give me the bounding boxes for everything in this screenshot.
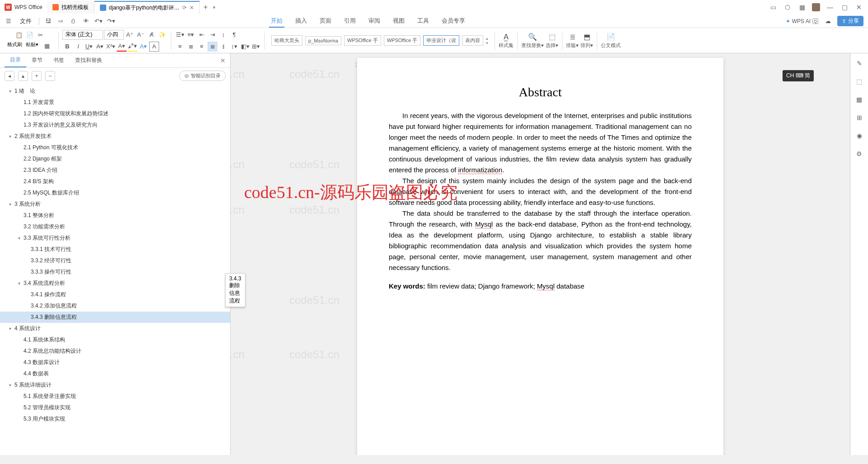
preview-icon[interactable]: 👁 [82, 17, 90, 25]
remove-tool-icon[interactable]: − [45, 71, 55, 81]
outline-item[interactable]: 3.2 功能需求分析 [0, 221, 230, 232]
outline-item[interactable]: 3.4.1 操作流程 [0, 289, 230, 300]
outline-item[interactable]: ▾3.3 系统可行性分析 [0, 232, 230, 244]
align-right-icon[interactable]: ≡ [197, 42, 207, 52]
arrange-button[interactable]: ⬒排列▾ [580, 33, 593, 49]
sidebar-tab-findreplace[interactable]: 查找和替换 [70, 54, 108, 67]
cut-icon[interactable]: ✂ [36, 30, 46, 40]
rail-icon-1[interactable]: ✎ [854, 58, 865, 69]
menu-tab-member[interactable]: 会员专享 [440, 15, 467, 28]
outline-item[interactable]: 2.3 IDEA 介绍 [0, 165, 230, 176]
underline-button[interactable]: U▾ [84, 42, 94, 52]
menu-tab-start[interactable]: 开始 [269, 15, 284, 28]
rail-icon-4[interactable]: ⊞ [854, 112, 865, 123]
paste-icon[interactable]: 📄 [25, 30, 35, 40]
outline-item[interactable]: 3.3.3 操作可行性 [0, 266, 230, 278]
italic-button[interactable]: I [73, 42, 83, 52]
strikethrough-button[interactable]: A̶▾ [95, 42, 105, 52]
menu-tab-tools[interactable]: 工具 [415, 15, 431, 28]
share-button[interactable]: ⇧ 分享 [837, 16, 863, 26]
outline-caret-icon[interactable]: ▾ [9, 383, 14, 388]
style-2[interactable]: WPSOffice 手 [344, 35, 381, 46]
outline-item[interactable]: 4.2 系统总功能结构设计 [0, 346, 230, 357]
find-replace-button[interactable]: 🔍查找替换▾ [521, 33, 544, 49]
outline-item[interactable]: ▾2 系统开发技术 [0, 131, 230, 142]
rail-icon-6[interactable]: ⚙ [854, 148, 865, 159]
distribute-icon[interactable]: ⫿ [218, 42, 228, 52]
style-3[interactable]: WPSOffice 手 [384, 35, 421, 46]
sidebar-tab-chapters[interactable]: 章节 [26, 54, 48, 67]
sidebar-tab-bookmarks[interactable]: 书签 [48, 54, 70, 67]
hamburger-icon[interactable]: ☰ [5, 17, 13, 25]
outline-item[interactable]: ▾5 系统详细设计 [0, 379, 230, 391]
outline-item[interactable]: 1.2 国内外研究现状和发展趋势综述 [0, 108, 230, 119]
save-icon[interactable]: 🖫 [44, 17, 52, 25]
outline-item[interactable]: ▾3 系统分析 [0, 199, 230, 210]
outline-item[interactable]: 2.1 Python 可视化技术 [0, 142, 230, 153]
para-shading-icon[interactable]: ◧▾ [240, 42, 250, 52]
align-center-icon[interactable]: ≣ [186, 42, 196, 52]
increase-indent-icon[interactable]: ⇥ [208, 30, 217, 40]
style-1[interactable]: p_MsoNorma [305, 36, 341, 45]
outline-item[interactable]: ▾4 系统设计 [0, 323, 230, 334]
outline-caret-icon[interactable]: ▾ [9, 202, 14, 207]
tab-dropdown-icon[interactable]: ▾ [213, 5, 216, 10]
cloud-icon[interactable]: ☁ [824, 17, 832, 25]
align-left-icon[interactable]: ≡ [175, 42, 185, 52]
tab-document[interactable]: django基于python的电影评… ⟳ ✕ [94, 1, 200, 14]
bullet-list-icon[interactable]: ☰▾ [175, 30, 185, 40]
format-painter-button[interactable]: 格式刷 [7, 41, 22, 51]
maximize-icon[interactable]: ▢ [840, 3, 849, 12]
doc-mode-button[interactable]: 📄公文模式 [601, 33, 621, 49]
style-collection-button[interactable]: A̲样式集 [499, 33, 514, 49]
tab-template[interactable]: 找稻壳模板 [47, 1, 94, 14]
outline-item[interactable]: 4.1 系统体系结构 [0, 334, 230, 346]
decrease-indent-icon[interactable]: ⇤ [197, 30, 207, 40]
outline-item[interactable]: 3.3.1 技术可行性 [0, 244, 230, 255]
show-marks-icon[interactable]: ¶ [229, 30, 239, 40]
outline-item[interactable]: ▾3.4 系统流程分析 [0, 278, 230, 289]
collapse-tool-icon[interactable]: ◂ [5, 71, 14, 81]
avatar-icon[interactable] [812, 3, 820, 11]
menu-tab-insert[interactable]: 插入 [293, 15, 309, 28]
outline-item[interactable]: 5.3 用户模块实现 [0, 413, 230, 425]
copy-icon[interactable]: 📋 [14, 30, 24, 40]
undo-icon[interactable]: ↶▾ [94, 17, 103, 25]
menu-tab-page[interactable]: 页面 [318, 15, 333, 28]
shading-button[interactable]: A▾ [138, 42, 148, 52]
outline-item[interactable]: 3.3.2 经济可行性 [0, 255, 230, 266]
auto-outline-button[interactable]: ◎ 智能识别目录 [179, 71, 226, 81]
refresh-icon[interactable]: ⟳ [182, 5, 187, 11]
expand-tool-icon[interactable]: ▴ [18, 71, 28, 81]
outline-item[interactable]: 5.2 管理员模块实现 [0, 402, 230, 413]
close-tab-icon[interactable]: ✕ [189, 5, 194, 11]
paste-options-icon[interactable]: ▦ [42, 41, 52, 51]
paste-button[interactable]: 粘贴▾ [26, 41, 38, 51]
minimize-icon[interactable]: — [826, 3, 835, 12]
char-border-button[interactable]: A [149, 42, 159, 52]
superscript-button[interactable]: X²▾ [106, 42, 116, 52]
style-4[interactable]: 毕业设计（设 [423, 35, 459, 46]
menu-tab-reference[interactable]: 引用 [342, 15, 358, 28]
file-menu[interactable]: 文件 [17, 17, 34, 25]
font-name-select[interactable] [62, 30, 103, 40]
style-5[interactable]: 表内容 [462, 35, 483, 46]
outline-item[interactable]: 1.3 开发设计的意义及研究方向 [0, 119, 230, 131]
outline-item[interactable]: 2.4 B/S 架构 [0, 176, 230, 187]
rail-icon-3[interactable]: ▦ [854, 94, 865, 105]
outline-item[interactable]: ▾1 绪 论 [0, 85, 230, 97]
font-effects-icon[interactable]: ✨ [157, 30, 167, 40]
outline-item[interactable]: 2.2 Django 框架 [0, 153, 230, 165]
sort-icon[interactable]: ↕ [218, 30, 228, 40]
number-list-icon[interactable]: ≡▾ [186, 30, 196, 40]
outline-item[interactable]: 3.1 整体分析 [0, 210, 230, 221]
outline-item[interactable]: 4.4 数据表 [0, 368, 230, 379]
sidebar-tab-outline[interactable]: 目录 [5, 53, 26, 67]
ime-badge[interactable]: CH ⌨ 简 [783, 70, 814, 81]
new-tab-button[interactable]: + [200, 3, 211, 11]
style-up-icon[interactable]: ▴ [486, 36, 488, 41]
line-spacing-icon[interactable]: ↕▾ [229, 42, 239, 52]
rail-icon-5[interactable]: ◉ [854, 130, 865, 141]
add-tool-icon[interactable]: + [32, 71, 42, 81]
menu-tab-review[interactable]: 审阅 [367, 15, 382, 28]
